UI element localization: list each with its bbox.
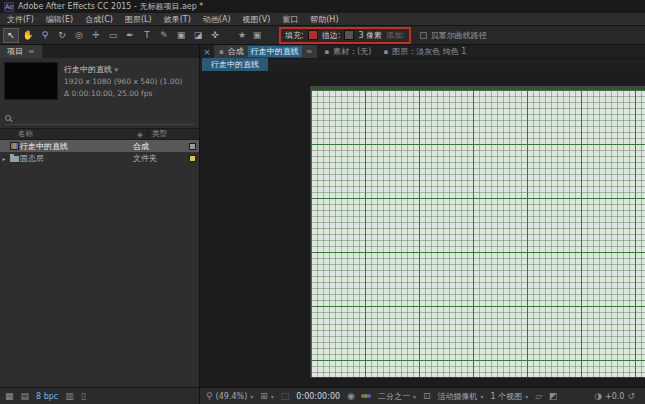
composition-details: 行走中的直线 ▾ 1920 x 1080 (960 x 540) (1.00) … (64, 62, 182, 100)
tool-creates-shape-icon[interactable]: ★ (235, 28, 249, 42)
folder-icon (8, 155, 20, 162)
composition-name[interactable]: 行走中的直线 (64, 65, 112, 74)
selection-tool-icon[interactable]: ↖ (3, 28, 19, 43)
new-folder-icon[interactable]: ▤ (21, 392, 30, 401)
after-effects-window: Ae Adobe After Effects CC 2015 - 无标题项目.a… (0, 0, 645, 404)
viewer-tab-active-comp[interactable]: 行走中的直线 (202, 58, 268, 71)
pan-behind-tool-icon[interactable]: ✛ (88, 28, 104, 43)
reset-exposure-icon: ↺ (627, 392, 635, 401)
camera-dropdown[interactable]: 活动摄像机 ▾ (437, 391, 483, 402)
safe-margins-icon[interactable]: ⬚ (281, 392, 290, 401)
view-layout-dropdown[interactable]: 1 个视图 ▾ (491, 391, 529, 402)
region-of-interest-icon[interactable]: ⊡ (423, 392, 431, 401)
menu-window[interactable]: 窗口 (282, 14, 298, 25)
brush-tool-icon[interactable]: ✎ (156, 28, 172, 43)
magnifier-icon: ⚲ (206, 392, 213, 401)
menu-bar: 文件(F) 编辑(E) 合成(C) 图层(L) 效果(T) 动画(A) 视图(V… (0, 13, 645, 26)
item-label-swatch[interactable] (185, 155, 199, 162)
bezier-checkbox[interactable] (420, 32, 427, 39)
item-type: 合成 (133, 141, 185, 152)
menu-edit[interactable]: 编辑(E) (46, 14, 73, 25)
current-time-display[interactable]: 0:00:00:00 (296, 392, 340, 401)
type-tool-icon[interactable]: T (139, 28, 155, 43)
grid-options-icon: ⊞ (260, 392, 268, 401)
grid-solid-layer[interactable] (310, 86, 645, 378)
camera-tool-icon[interactable]: ◎ (71, 28, 87, 43)
shape-tool-icon[interactable]: ▭ (105, 28, 121, 43)
rotation-tool-icon[interactable]: ↻ (54, 28, 70, 43)
fast-preview-icon[interactable]: ◩ (549, 392, 558, 401)
project-row-composition[interactable]: 行走中的直线 合成 (0, 140, 199, 152)
bit-depth-button[interactable]: 8 bpc (36, 392, 58, 401)
column-type[interactable]: 类型 (147, 129, 199, 139)
grid-guide-options[interactable]: ⊞ ▾ (260, 392, 274, 401)
panel-menu-icon[interactable]: ≡ (28, 47, 35, 56)
menu-composition[interactable]: 合成(C) (85, 14, 113, 25)
trash-icon[interactable]: ▯ (81, 392, 86, 401)
project-panel: 项目 ≡ 行走中的直线 ▾ 1920 x 1080 (960 x 540) (1… (0, 45, 200, 387)
interpret-footage-icon[interactable]: ▦ (5, 392, 14, 401)
hand-tool-icon[interactable]: ✋ (20, 28, 36, 43)
main-area: 项目 ≡ 行走中的直线 ▾ 1920 x 1080 (960 x 540) (1… (0, 45, 645, 387)
close-icon[interactable]: × (202, 47, 212, 57)
status-bar: ▦ ▤ 8 bpc ▥ ▯ ⚲ (49.4%) ▾ ⊞ ▾ ⬚ 0:00:00:… (0, 387, 645, 404)
menu-view[interactable]: 视图(V) (243, 14, 271, 25)
composition-info: 行走中的直线 ▾ 1920 x 1080 (960 x 540) (1.00) … (0, 58, 199, 102)
project-list-empty-area (0, 164, 199, 387)
tab-layer[interactable]: ▪ 图层：淡灰色 纯色 1 (378, 45, 471, 58)
stroke-color-swatch[interactable] (344, 30, 354, 40)
stroke-width-value[interactable]: 3 像素 (358, 30, 382, 41)
composition-item-icon (8, 142, 20, 150)
composition-thumbnail (4, 62, 58, 100)
project-row-solids-folder[interactable]: ▸ 固态层 文件夹 (0, 152, 199, 164)
eraser-tool-icon[interactable]: ◪ (190, 28, 206, 43)
pixel-aspect-icon[interactable]: ▱ (535, 392, 542, 401)
menu-file[interactable]: 文件(F) (7, 14, 34, 25)
resolution-dropdown[interactable]: 二分之一 ▾ (378, 391, 416, 402)
tool-creates-mask-icon[interactable]: ▣ (250, 28, 264, 42)
title-bar: Ae Adobe After Effects CC 2015 - 无标题项目.a… (0, 0, 645, 13)
show-channels-icon[interactable] (362, 394, 371, 398)
zoom-control[interactable]: ⚲ (49.4%) ▾ (206, 392, 253, 401)
project-search (5, 112, 194, 125)
puppet-tool-icon[interactable]: ✜ (207, 28, 223, 43)
menu-animation[interactable]: 动画(A) (203, 14, 231, 25)
project-panel-tabstrip: 项目 ≡ (0, 45, 199, 58)
menu-layer[interactable]: 图层(L) (125, 14, 152, 25)
new-composition-icon[interactable]: ▥ (65, 392, 74, 401)
pen-tool-icon[interactable]: ✒ (122, 28, 138, 43)
tab-composition-viewer[interactable]: ▪ 合成 行走中的直线 ≡ (214, 45, 317, 58)
menu-help[interactable]: 帮助(H) (310, 14, 338, 25)
zoom-value: (49.4%) (216, 392, 248, 401)
composition-viewport[interactable] (200, 71, 645, 387)
view-count-value: 1 个视图 (491, 391, 523, 402)
tool-bar: ↖ ✋ ⚲ ↻ ◎ ✛ ▭ ✒ T ✎ ▣ ◪ ✜ ★ ▣ 填充: 描边: 3 … (0, 26, 645, 45)
exposure-control[interactable]: ◑ +0.0 ↺ (594, 392, 639, 401)
project-column-headers: 名称 ◈ 类型 (0, 128, 199, 140)
fill-label: 填充: (285, 30, 304, 41)
bezier-option: 贝塞尔曲线路径 (420, 30, 487, 41)
panel-menu-icon[interactable]: ≡ (306, 47, 313, 56)
search-input[interactable] (15, 113, 194, 124)
active-comp-name[interactable]: 行走中的直线 (248, 46, 302, 57)
menu-effect[interactable]: 效果(T) (164, 14, 191, 25)
item-label-swatch[interactable] (185, 143, 199, 150)
zoom-tool-icon[interactable]: ⚲ (37, 28, 53, 43)
chevron-down-icon[interactable]: ▾ (114, 66, 118, 74)
panel-icon: ▪ (219, 48, 224, 56)
item-name: 行走中的直线 (20, 141, 133, 152)
snapshot-icon[interactable]: ◉ (347, 392, 355, 401)
tab-footage[interactable]: ▪ 素材：(无) (319, 45, 376, 58)
twirl-icon[interactable]: ▸ (0, 155, 8, 162)
column-name[interactable]: 名称 (0, 129, 133, 139)
annotation-highlight-box: 填充: 描边: 3 像素 添加: (279, 27, 411, 44)
composition-panel: × ▪ 合成 行走中的直线 ≡ ▪ 素材：(无) ▪ 图层：淡灰色 纯色 1 行… (200, 45, 645, 387)
exposure-value: +0.0 (605, 392, 624, 401)
stroke-label: 描边: (322, 30, 341, 41)
composition-duration: Δ 0:00:10:00, 25.00 fps (64, 88, 182, 100)
clone-stamp-tool-icon[interactable]: ▣ (173, 28, 189, 43)
fill-color-swatch[interactable] (308, 30, 318, 40)
tab-project[interactable]: 项目 ≡ (0, 45, 42, 58)
column-label-icon[interactable]: ◈ (133, 130, 147, 139)
chevron-down-icon: ▾ (413, 393, 416, 400)
